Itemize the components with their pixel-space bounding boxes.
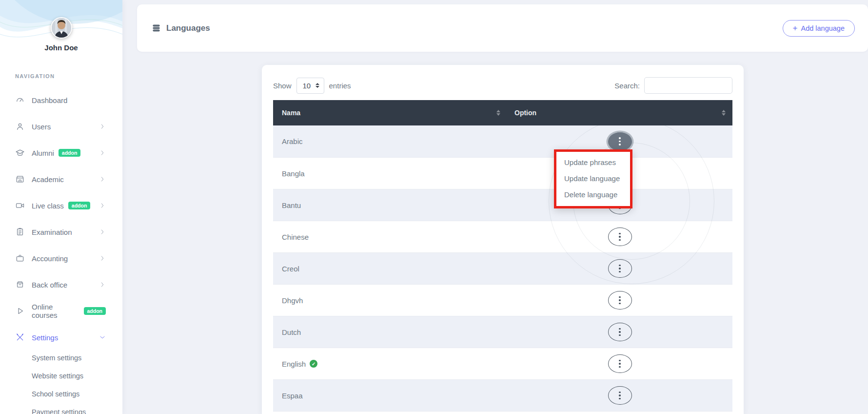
sidebar-item-label: Academic [32, 175, 64, 184]
users-icon [15, 122, 25, 131]
archive-icon [15, 280, 25, 290]
chevron-down-icon [99, 334, 106, 341]
chevron-right-icon [99, 202, 106, 209]
addon-badge: addon [68, 202, 91, 209]
sidebar-item-payment-settings[interactable]: Payment settings [0, 403, 122, 414]
row-options-button[interactable] [608, 259, 632, 278]
avatar[interactable] [51, 17, 72, 39]
sidebar-item-examination[interactable]: Examination [0, 219, 122, 245]
sidebar-item-live-class[interactable]: Live class addon [0, 192, 122, 219]
page-header: Languages + Add language [137, 4, 868, 52]
user-name: John Doe [0, 43, 122, 52]
sidebar-item-online-courses[interactable]: Online courses addon [0, 298, 122, 324]
table-row: Dhgvh [273, 284, 732, 316]
sidebar-item-label: Settings [32, 333, 58, 342]
kebab-icon [619, 137, 621, 145]
menu-item-update-language[interactable]: Update language [556, 170, 630, 186]
table-row: Arabic [273, 125, 732, 157]
addon-badge: addon [84, 307, 106, 315]
kebab-icon [619, 392, 621, 400]
row-options-button[interactable] [608, 291, 632, 310]
kebab-icon [619, 233, 621, 241]
sidebar-item-label: Examination [32, 228, 72, 236]
select-arrows-icon [316, 83, 319, 88]
sidebar-item-label: Back office [32, 281, 67, 289]
row-options-button[interactable] [608, 386, 632, 405]
kebab-icon [619, 360, 621, 368]
sidebar-item-label: Users [32, 123, 51, 131]
storefront-icon [15, 174, 25, 184]
language-name: Bangla [273, 169, 507, 178]
chevron-right-icon [99, 281, 106, 288]
column-header-option[interactable]: Option [507, 100, 732, 125]
page-size-select[interactable]: 10 [296, 78, 324, 94]
language-name: Dhgvh [273, 296, 507, 305]
sidebar-item-label: Live class [32, 202, 64, 210]
table-row: English ✓ [273, 348, 732, 379]
row-options-menu: Update phrases Update language Delete la… [554, 149, 632, 208]
play-icon [15, 306, 25, 316]
add-language-button[interactable]: + Add language [783, 20, 855, 37]
menu-item-update-phrases[interactable]: Update phrases [556, 154, 630, 170]
video-camera-icon [15, 201, 25, 210]
language-name: Creol [273, 265, 507, 273]
page-size-control: Show 10 entries [273, 78, 351, 94]
page-size-value: 10 [303, 82, 311, 90]
table-row: Dutch [273, 316, 732, 348]
chevron-right-icon [99, 149, 106, 156]
row-options-button[interactable] [608, 323, 632, 341]
table-row: Chinese [273, 221, 732, 252]
sidebar-item-website-settings[interactable]: Website settings [0, 367, 122, 385]
sort-icon [496, 110, 500, 116]
table-row-partial [273, 411, 732, 414]
settings-submenu: System settings Website settings School … [0, 349, 122, 414]
addon-badge: addon [59, 149, 81, 157]
kebab-icon [619, 265, 621, 273]
plus-icon: + [793, 24, 798, 32]
language-name: English ✓ [273, 360, 507, 368]
database-icon [152, 23, 161, 33]
sidebar-item-accounting[interactable]: Accounting [0, 245, 122, 271]
table-row: Bantu [273, 189, 732, 221]
sidebar-nav: Dashboard Users Alumni addon Ac [0, 87, 122, 351]
column-header-nama[interactable]: Nama [273, 100, 507, 125]
graduation-cap-icon [15, 148, 25, 158]
row-options-button[interactable] [608, 354, 632, 373]
sidebar-item-system-settings[interactable]: System settings [0, 349, 122, 367]
sidebar-item-academic[interactable]: Academic [0, 166, 122, 192]
show-label: Show [273, 82, 292, 90]
row-options-button[interactable] [608, 132, 632, 151]
verified-check-icon: ✓ [310, 360, 317, 368]
sidebar: John Doe NAVIGATION Dashboard Users Alum… [0, 0, 122, 414]
chevron-right-icon [99, 228, 106, 235]
language-name: Espaa [273, 392, 507, 400]
sidebar-item-alumni[interactable]: Alumni addon [0, 140, 122, 166]
navigation-section-label: NAVIGATION [15, 73, 55, 79]
clipboard-icon [15, 227, 25, 237]
chevron-right-icon [99, 176, 106, 183]
search-input[interactable] [644, 77, 732, 94]
page-title-text: Languages [166, 23, 210, 33]
tools-icon [15, 332, 25, 342]
table-row: Creol [273, 252, 732, 284]
sidebar-item-settings[interactable]: Settings [0, 324, 122, 351]
page-title: Languages [152, 23, 210, 33]
menu-item-delete-language[interactable]: Delete language [556, 186, 630, 203]
language-name: Arabic [273, 137, 507, 145]
table-row: Bangla [273, 157, 732, 189]
column-label: Option [514, 109, 536, 117]
row-options-button[interactable] [608, 228, 632, 246]
sidebar-item-users[interactable]: Users [0, 113, 122, 140]
search-control: Search: [614, 77, 732, 94]
language-name: Dutch [273, 328, 507, 336]
table-body: Arabic Bangla Bantu Chinese Creol Dhgvh … [273, 125, 732, 414]
sidebar-item-back-office[interactable]: Back office [0, 271, 122, 298]
add-language-label: Add language [801, 24, 845, 32]
sidebar-item-dashboard[interactable]: Dashboard [0, 87, 122, 113]
dashboard-icon [15, 95, 25, 105]
table-header: Nama Option [273, 100, 732, 125]
search-label: Search: [614, 82, 640, 90]
chevron-right-icon [99, 123, 106, 130]
sidebar-item-school-settings[interactable]: School settings [0, 385, 122, 403]
entries-label: entries [329, 82, 351, 90]
